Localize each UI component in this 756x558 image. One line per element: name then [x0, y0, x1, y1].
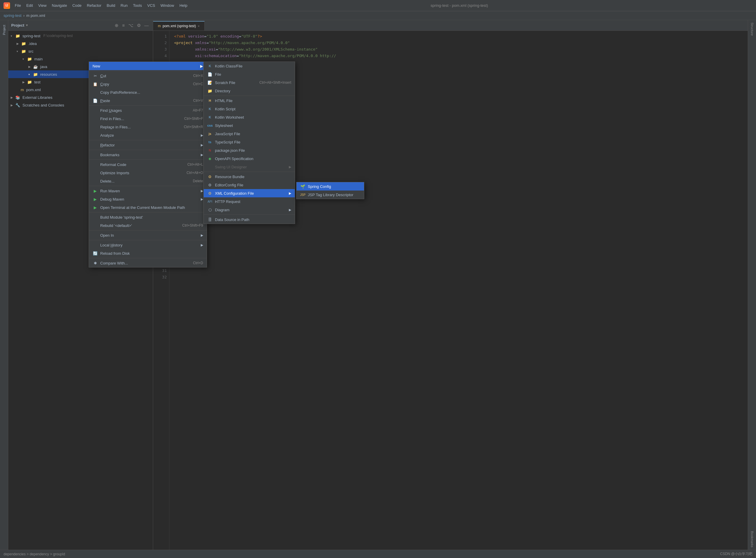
submenu-kotlin-class[interactable]: K Kotlin Class/File [204, 62, 295, 70]
status-breadcrumb: dependencies > dependency > groupId [4, 552, 65, 556]
kotlin-script-label: Kotlin Script [215, 107, 291, 111]
ctx-copy-path[interactable]: Copy Path/Reference... [89, 88, 207, 97]
menu-help[interactable]: Help [177, 2, 190, 9]
ctx-debug-maven[interactable]: ▶ Debug Maven ▶ [89, 195, 207, 203]
submenu-jsp-tag[interactable]: JSP JSP Tag Library Descriptor [297, 191, 364, 199]
locate-icon[interactable]: ⊕ [113, 22, 120, 29]
xml-config-label: XML Configuration File [215, 191, 287, 196]
tree-item-src[interactable]: ▾ 📁 src [8, 47, 153, 55]
submenu-resource-bundle[interactable]: ⚙ Resource Bundle [204, 173, 295, 181]
debug-maven-label: Debug Maven [100, 197, 198, 202]
ctx-reformat[interactable]: Reformat Code Ctrl+Alt+L [89, 160, 207, 169]
context-menu-new-header[interactable]: New ▶ [89, 62, 207, 70]
ctx-refactor[interactable]: Refactor ▶ [89, 141, 207, 149]
submenu-xml-config[interactable]: 🌱 Spring Config JSP JSP Tag Library Desc… [296, 182, 364, 199]
ctx-cut[interactable]: ✂ Cut Ctrl+X [89, 72, 207, 80]
submenu-ts-file[interactable]: ts TypeScript File [204, 138, 295, 146]
ctx-optimize-imports[interactable]: Optimize Imports Ctrl+Alt+O [89, 169, 207, 177]
project-tab[interactable]: Project [1, 23, 7, 37]
ctx-build-module[interactable]: Build Module 'spring-test' [89, 213, 207, 221]
ctx-find-in-files[interactable]: Find in Files... Ctrl+Shift+F [89, 115, 207, 123]
file-icon: 📄 [207, 72, 213, 77]
menu-navigate[interactable]: Navigate [49, 2, 69, 9]
swing-label: Swing UI Designer [215, 165, 287, 169]
submenu-spring-config[interactable]: 🌱 Spring Config [297, 182, 364, 191]
ctx-find-usages[interactable]: Find Usages Alt+F7 [89, 106, 207, 115]
ctx-replace-in-files[interactable]: Replace in Files... Ctrl+Shift+R [89, 123, 207, 131]
submenu-http-request[interactable]: API HTTP Request [204, 197, 295, 206]
submenu-data-source[interactable]: 🗄 Data Source in Path [204, 215, 295, 224]
tree-item-idea[interactable]: ▶ 📁 .idea [8, 40, 153, 47]
cut-label: Cut [100, 74, 191, 78]
kotlin-icon: K [207, 64, 213, 68]
submenu-scratch[interactable]: 📝 Scratch File Ctrl+Alt+Shift+Insert [204, 78, 295, 87]
copy-path-label: Copy Path/Reference... [100, 90, 203, 95]
options-icon[interactable]: ⌥ [127, 22, 135, 29]
submenu-pkg-json[interactable]: N package.json File [204, 146, 295, 154]
minimize-icon[interactable]: — [143, 22, 150, 29]
structure-tab[interactable]: Structure [749, 20, 755, 38]
api-icon: API [207, 200, 213, 203]
editor-tab-pom[interactable]: m pom.xml (spring-test) × [153, 21, 205, 30]
ctx-compare-with[interactable]: ✱ Compare With... Ctrl+D [89, 259, 207, 267]
submenu-openapi[interactable]: ◉ OpenAPI Specification [204, 154, 295, 163]
ctx-delete[interactable]: Delete... Delete [89, 177, 207, 185]
bookmarks-label: Bookmarks [100, 153, 198, 157]
paste-label: Paste [100, 99, 191, 103]
optimize-imports-label: Optimize Imports [100, 171, 184, 175]
submenu-new[interactable]: K Kotlin Class/File 📄 File 📝 Scratch Fil… [204, 61, 295, 224]
menu-run[interactable]: Run [118, 2, 130, 9]
submenu-stylesheet[interactable]: css Stylesheet [204, 121, 295, 130]
submenu-swing-ui[interactable]: Swing UI Designer ▶ [204, 163, 295, 171]
kotlin-worksheet-label: Kotlin Worksheet [215, 115, 291, 120]
menu-build[interactable]: Build [104, 2, 118, 9]
window-title: spring-test - pom.xml (spring-test) [430, 3, 488, 8]
ctx-copy[interactable]: 📋 Copy Ctrl+C [89, 80, 207, 88]
menu-refactor[interactable]: Refactor [85, 2, 104, 9]
ctx-rebuild[interactable]: Rebuild '<default>' Ctrl+Shift+F9 [89, 221, 207, 230]
ctx-open-in[interactable]: Open In ▶ [89, 231, 207, 239]
ctx-open-terminal[interactable]: ▶ Open Terminal at the Current Maven Mod… [89, 203, 207, 211]
editorconfig-label: EditorConfig File [215, 183, 291, 187]
kotlin-script-icon: K [207, 107, 213, 111]
tree-item-root[interactable]: ▾ 📁 spring-test F:\code\spring-test [8, 32, 153, 40]
submenu-file[interactable]: 📄 File [204, 70, 295, 78]
menu-vcs[interactable]: VCS [145, 2, 158, 9]
menu-window[interactable]: Window [158, 2, 177, 9]
editorconfig-icon: ⚙ [207, 183, 213, 187]
menu-edit[interactable]: Edit [24, 2, 35, 9]
settings-icon[interactable]: ⚙ [136, 22, 142, 29]
menu-tools[interactable]: Tools [131, 2, 144, 9]
submenu-directory[interactable]: 📁 Directory [204, 87, 295, 95]
submenu-xml-config[interactable]: ⚙ XML Configuration File ▶ [204, 189, 295, 197]
ctx-reload[interactable]: 🔄 Reload from Disk [89, 249, 207, 257]
ctx-run-maven[interactable]: ▶ Run Maven ▶ [89, 187, 207, 195]
submenu-kotlin-script[interactable]: K Kotlin Script [204, 105, 295, 113]
project-panel-title: Project [11, 23, 24, 27]
context-menu-main[interactable]: New ▶ ✂ Cut Ctrl+X 📋 Copy Ctrl+C Copy Pa… [89, 61, 207, 268]
submenu-kotlin-worksheet[interactable]: K Kotlin Worksheet [204, 113, 295, 121]
submenu-diagram[interactable]: ⬡ Diagram ▶ [204, 206, 295, 214]
tab-close-button[interactable]: × [198, 24, 199, 28]
bookmarks-tab[interactable]: Bookmarks [749, 529, 755, 550]
ctx-bookmarks[interactable]: Bookmarks ▶ [89, 151, 207, 159]
resource-bundle-label: Resource Bundle [215, 175, 291, 179]
breadcrumb-file[interactable]: m pom.xml [26, 13, 45, 18]
menu-view[interactable]: View [36, 2, 49, 9]
ctx-local-history[interactable]: Local History ▶ [89, 241, 207, 249]
reload-icon: 🔄 [92, 251, 98, 256]
kotlin-worksheet-icon: K [207, 116, 213, 119]
app-logo: IJ [4, 2, 10, 9]
ctx-paste[interactable]: 📄 Paste Ctrl+V [89, 97, 207, 105]
menu-code[interactable]: Code [70, 2, 84, 9]
collapse-icon[interactable]: ≡ [121, 22, 126, 29]
breadcrumb-project[interactable]: spring-test [4, 13, 22, 18]
diagram-icon: ⬡ [207, 208, 213, 212]
ctx-analyze[interactable]: Analyze ▶ [89, 131, 207, 140]
submenu-editorconfig[interactable]: ⚙ EditorConfig File [204, 181, 295, 189]
project-dropdown-arrow[interactable]: ▾ [26, 23, 28, 27]
submenu-html[interactable]: H HTML File [204, 97, 295, 105]
menu-file[interactable]: File [12, 2, 23, 9]
submenu-js-file[interactable]: js JavaScript File [204, 130, 295, 138]
debug-maven-icon: ▶ [92, 197, 98, 202]
